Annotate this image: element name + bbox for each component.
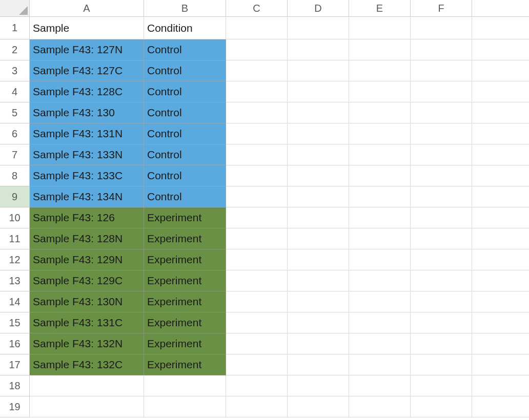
cell-C11[interactable]: [226, 228, 288, 249]
cell-E12[interactable]: [349, 249, 411, 270]
cell-F7[interactable]: [411, 144, 472, 165]
cell-extra13[interactable]: [472, 270, 529, 291]
cell-D19[interactable]: [288, 396, 349, 417]
cell-E7[interactable]: [349, 144, 411, 165]
cell-A16[interactable]: Sample F43: 132N: [30, 333, 144, 354]
cell-extra12[interactable]: [472, 249, 529, 270]
cell-F15[interactable]: [411, 312, 472, 333]
cell-D9[interactable]: [288, 186, 349, 207]
row-header-19[interactable]: 19: [0, 396, 30, 417]
cell-C14[interactable]: [226, 291, 288, 312]
cell-C4[interactable]: [226, 81, 288, 102]
cell-C9[interactable]: [226, 186, 288, 207]
cell-extra10[interactable]: [472, 207, 529, 228]
row-header-2[interactable]: 2: [0, 39, 30, 60]
cell-D6[interactable]: [288, 123, 349, 144]
cell-C10[interactable]: [226, 207, 288, 228]
cell-A4[interactable]: Sample F43: 128C: [30, 81, 144, 102]
cell-E2[interactable]: [349, 39, 411, 60]
cell-E9[interactable]: [349, 186, 411, 207]
cell-D8[interactable]: [288, 165, 349, 186]
cell-B13[interactable]: Experiment: [144, 270, 226, 291]
cell-extra6[interactable]: [472, 123, 529, 144]
cell-F1[interactable]: [411, 17, 472, 39]
cell-F3[interactable]: [411, 60, 472, 81]
cell-D18[interactable]: [288, 375, 349, 396]
cell-extra18[interactable]: [472, 375, 529, 396]
cell-E17[interactable]: [349, 354, 411, 375]
cell-B8[interactable]: Control: [144, 165, 226, 186]
cell-extra8[interactable]: [472, 165, 529, 186]
row-header-15[interactable]: 15: [0, 312, 30, 333]
row-header-17[interactable]: 17: [0, 354, 30, 375]
cell-D13[interactable]: [288, 270, 349, 291]
cell-E4[interactable]: [349, 81, 411, 102]
cell-F16[interactable]: [411, 333, 472, 354]
cell-B16[interactable]: Experiment: [144, 333, 226, 354]
cell-A17[interactable]: Sample F43: 132C: [30, 354, 144, 375]
cell-E11[interactable]: [349, 228, 411, 249]
cell-F8[interactable]: [411, 165, 472, 186]
cell-E5[interactable]: [349, 102, 411, 123]
cell-F4[interactable]: [411, 81, 472, 102]
cell-A13[interactable]: Sample F43: 129C: [30, 270, 144, 291]
cell-C2[interactable]: [226, 39, 288, 60]
cell-A5[interactable]: Sample F43: 130: [30, 102, 144, 123]
cell-B15[interactable]: Experiment: [144, 312, 226, 333]
cell-C1[interactable]: [226, 17, 288, 39]
cell-A9[interactable]: Sample F43: 134N: [30, 186, 144, 207]
cell-C19[interactable]: [226, 396, 288, 417]
col-header-D[interactable]: D: [288, 0, 349, 17]
cell-extra2[interactable]: [472, 39, 529, 60]
cell-E8[interactable]: [349, 165, 411, 186]
cell-extra7[interactable]: [472, 144, 529, 165]
cell-B11[interactable]: Experiment: [144, 228, 226, 249]
cell-extra14[interactable]: [472, 291, 529, 312]
cell-D16[interactable]: [288, 333, 349, 354]
cell-D10[interactable]: [288, 207, 349, 228]
cell-E1[interactable]: [349, 17, 411, 39]
cell-A6[interactable]: Sample F43: 131N: [30, 123, 144, 144]
row-header-11[interactable]: 11: [0, 228, 30, 249]
cell-E13[interactable]: [349, 270, 411, 291]
col-header-C[interactable]: C: [226, 0, 288, 17]
row-header-8[interactable]: 8: [0, 165, 30, 186]
cell-A18[interactable]: [30, 375, 144, 396]
cell-C17[interactable]: [226, 354, 288, 375]
row-header-13[interactable]: 13: [0, 270, 30, 291]
cell-A1[interactable]: Sample: [30, 17, 144, 39]
cell-B9[interactable]: Control: [144, 186, 226, 207]
cell-extra16[interactable]: [472, 333, 529, 354]
cell-C3[interactable]: [226, 60, 288, 81]
cell-A3[interactable]: Sample F43: 127C: [30, 60, 144, 81]
cell-E10[interactable]: [349, 207, 411, 228]
row-header-18[interactable]: 18: [0, 375, 30, 396]
cell-D11[interactable]: [288, 228, 349, 249]
row-header-6[interactable]: 6: [0, 123, 30, 144]
row-header-5[interactable]: 5: [0, 102, 30, 123]
cell-E16[interactable]: [349, 333, 411, 354]
cell-C18[interactable]: [226, 375, 288, 396]
select-all-corner[interactable]: [0, 0, 30, 17]
cell-D12[interactable]: [288, 249, 349, 270]
cell-C12[interactable]: [226, 249, 288, 270]
cell-E15[interactable]: [349, 312, 411, 333]
cell-F17[interactable]: [411, 354, 472, 375]
cell-B6[interactable]: Control: [144, 123, 226, 144]
cell-C15[interactable]: [226, 312, 288, 333]
cell-A19[interactable]: [30, 396, 144, 417]
cell-A8[interactable]: Sample F43: 133C: [30, 165, 144, 186]
cell-D1[interactable]: [288, 17, 349, 39]
cell-extra3[interactable]: [472, 60, 529, 81]
cell-B1[interactable]: Condition: [144, 17, 226, 39]
cell-extra15[interactable]: [472, 312, 529, 333]
row-header-16[interactable]: 16: [0, 333, 30, 354]
cell-extra9[interactable]: [472, 186, 529, 207]
cell-extra5[interactable]: [472, 102, 529, 123]
cell-C8[interactable]: [226, 165, 288, 186]
cell-B5[interactable]: Control: [144, 102, 226, 123]
cell-extra1[interactable]: [472, 17, 529, 39]
cell-extra17[interactable]: [472, 354, 529, 375]
cell-E19[interactable]: [349, 396, 411, 417]
cell-extra4[interactable]: [472, 81, 529, 102]
